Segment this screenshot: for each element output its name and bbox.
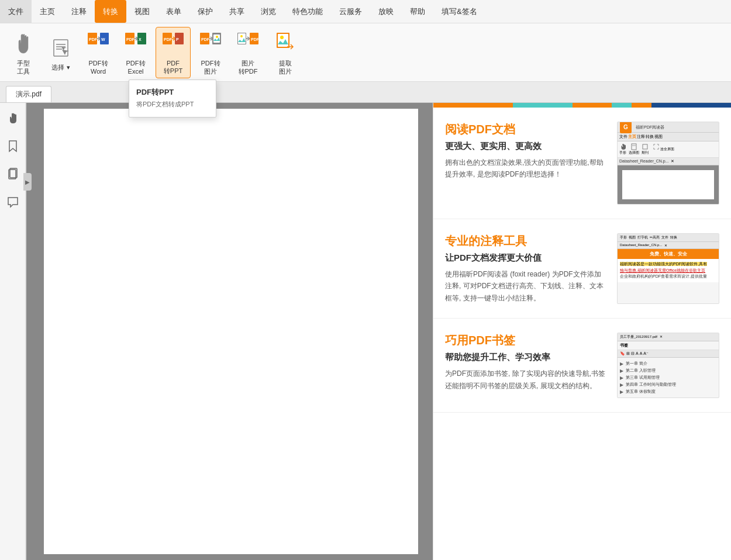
section-read-subtitle: 更强大、更实用、更高效 — [445, 141, 608, 152]
section-bookmark-preview: 员工手册_20120917.pdf ✕ 书签 🔖 ⊞ ⊟ A A A⁻ ▶ 第一… — [617, 333, 719, 398]
pdf2img-label: PDF转图片 — [201, 60, 220, 75]
preview-tab-bar: Datasheet_Reader_CN.p... ✕ — [618, 158, 719, 165]
menu-convert[interactable]: 转换 — [95, 0, 126, 23]
svg-rect-27 — [278, 34, 288, 47]
pm-file: 文件 — [619, 134, 627, 140]
bm-tool-5: A — [640, 351, 643, 356]
menu-annotation[interactable]: 注释 — [63, 0, 95, 23]
section-annotate: 专业的注释工具 让PDF文档发挥更大价值 使用福昕PDF阅读器 (foxit r… — [433, 219, 731, 319]
sidebar-pages-icon[interactable] — [4, 165, 22, 184]
menu-home[interactable]: 主页 — [32, 0, 63, 23]
pt-select: 选择图 — [629, 143, 639, 155]
pdf2word-label: PDF转Word — [89, 60, 108, 75]
bm-item-1-label: 第一章 简介 — [626, 361, 647, 367]
menu-protect[interactable]: 保护 — [189, 0, 221, 23]
section-bookmark-desc: 为PDF页面添加书签, 除了实现内容的快速导航,书签还能指明不同书签的层级关系,… — [445, 368, 608, 392]
pt-select-label: 选择图 — [629, 150, 639, 155]
menu-browse[interactable]: 浏览 — [253, 0, 284, 23]
section-read-text: 阅读PDF文档 更强大、更实用、更高效 拥有出色的文档渲染效果,强大的页面管理功… — [445, 122, 608, 205]
svg-text:PDF: PDF — [164, 37, 173, 42]
at-hand: 手形 — [620, 235, 627, 240]
preview-filename-1: Datasheet_Reader_CN.p... — [619, 159, 668, 164]
section-annotate-preview: 手形 视图 打字机 ✏高亮 文件 转换 Datasheet_Reader_CN.… — [617, 233, 719, 304]
bm-expand-4: ▶ — [620, 382, 623, 388]
section-annotate-text: 专业的注释工具 让PDF文档发挥更大价值 使用福昕PDF阅读器 (foxit r… — [445, 233, 608, 304]
foxit-logo: G — [620, 122, 632, 133]
file-tab[interactable]: 演示.pdf — [6, 86, 51, 102]
pdf2word-button[interactable]: PDF W PDF转Word — [81, 27, 116, 78]
pt-fullscreen-label: 连全屏面 — [660, 147, 674, 151]
section-annotate-title: 专业的注释工具 — [445, 233, 608, 249]
section-annotate-desc: 使用福昕PDF阅读器 (foxit reader) 为PDF文件添加注释, 可对… — [445, 268, 608, 304]
pm-convert: 转换 — [646, 134, 654, 140]
dropdown-title: PDF转PPT — [129, 85, 216, 99]
pdf-page — [44, 109, 418, 554]
pm-annot: 注释 — [637, 134, 645, 140]
menu-forms[interactable]: 表单 — [158, 0, 189, 23]
section-read-desc: 拥有出色的文档渲染效果,强大的页面管理功能,帮助提升效率, 是您阅读PDF的理想… — [445, 157, 608, 181]
sidebar-hand-icon[interactable] — [4, 109, 22, 127]
bm-tool-1: 🔖 — [620, 351, 625, 356]
bm-panel-title: 书签 — [618, 341, 719, 350]
pt-fullscreen: 连全屏面 — [653, 143, 674, 155]
bm-item-5-label: 第五章 休假制度 — [626, 389, 656, 395]
img2pdf-button[interactable]: PDF 图片转PDF — [230, 27, 265, 78]
bm-item-4: ▶ 第四章 工作时间与勤勤管理 — [620, 381, 716, 388]
sidebar-bookmark-icon[interactable] — [4, 137, 22, 155]
pdf2img-button[interactable]: PDF PDF转图片 — [193, 27, 228, 78]
section-bookmark: 巧用PDF书签 帮助您提升工作、学习效率 为PDF页面添加书签, 除了实现内容的… — [433, 319, 731, 413]
bm-expand-5: ▶ — [620, 389, 623, 395]
at-view: 视图 — [629, 235, 636, 240]
pt-zoom: 期刊 — [642, 143, 649, 155]
bm-expand-2: ▶ — [620, 368, 623, 374]
pdf2ppt-icon: PDF P — [161, 30, 185, 58]
annot-filename: Datasheet_Reader_CN.p... — [620, 243, 662, 247]
annot-toolbar: 手形 视图 打字机 ✏高亮 文件 转换 — [618, 234, 719, 242]
menu-share[interactable]: 共享 — [221, 0, 253, 23]
menu-view[interactable]: 视图 — [126, 0, 158, 23]
menu-fillsign[interactable]: 填写&签名 — [433, 0, 485, 23]
svg-text:P: P — [176, 37, 179, 42]
bm-item-4-label: 第四章 工作时间与勤勤管理 — [626, 382, 676, 388]
pdf2excel-button[interactable]: PDF X PDF转Excel — [118, 27, 153, 78]
svg-text:X: X — [139, 37, 142, 42]
menu-cloud[interactable]: 云服务 — [331, 0, 370, 23]
bm-close: ✕ — [660, 334, 663, 340]
annot-close: ✕ — [664, 243, 667, 247]
bm-item-3: ▶ 第三章 试用期管理 — [620, 374, 716, 381]
menu-file[interactable]: 文件 — [0, 0, 32, 23]
bm-expand-1: ▶ — [620, 361, 623, 367]
annot-highlighted-text: 福昕阅读器是一款功能强大的PDF阅读软件,具有 — [620, 262, 707, 266]
pdf2excel-icon: PDF X — [124, 29, 147, 57]
at-convert: 转换 — [670, 235, 677, 240]
main-area: ▶ 阅读PDF文档 更强大、更实用、更高效 拥有出色的文档渲染效果,强大的页面管… — [0, 103, 731, 560]
select-button[interactable]: 选择 ▾ — [43, 27, 78, 78]
pt-hand-label: 手形 — [619, 150, 626, 155]
preview-app-title: 福昕PDF阅读器 — [636, 125, 664, 130]
section-bookmark-subtitle: 帮助您提升工作、学习效率 — [445, 352, 608, 363]
bm-tool-4: A — [636, 351, 639, 356]
pdf2ppt-button[interactable]: PDF P PDF转PPT — [156, 27, 191, 78]
preview-close-1: ✕ — [671, 159, 674, 164]
extractimg-icon — [274, 29, 297, 57]
extractimg-label: 提取图片 — [279, 60, 292, 75]
svg-text:PDF: PDF — [126, 37, 135, 42]
preview-toolbar: 手形 选择图 期刊 连全屏面 — [618, 141, 719, 158]
extractimg-button[interactable]: 提取图片 — [268, 27, 303, 78]
pdf2excel-label: PDF转Excel — [126, 60, 146, 75]
menu-help[interactable]: 帮助 — [402, 0, 433, 23]
sidebar-comment-icon[interactable] — [4, 193, 22, 212]
annot-content: 福昕阅读器是一款功能强大的PDF阅读软件,具有 独与普惠,福昕阅读器无需Offi… — [618, 259, 719, 282]
section-bookmark-text: 巧用PDF书签 帮助您提升工作、学习效率 为PDF页面添加书签, 除了实现内容的… — [445, 333, 608, 398]
toolbar: 手型工具 选择 ▾ PDF W — [0, 23, 731, 82]
img2pdf-icon: PDF — [236, 29, 260, 57]
preview-pdf-page — [622, 170, 714, 199]
menu-slideshow[interactable]: 放映 — [370, 0, 402, 23]
svg-text:W: W — [101, 37, 105, 42]
sidebar-collapse-button[interactable]: ▶ — [23, 173, 32, 191]
handtool-button[interactable]: 手型工具 — [6, 27, 41, 78]
bm-item-2: ▶ 第二章 入职管理 — [620, 367, 716, 374]
pm-view: 视图 — [654, 134, 663, 140]
dropdown-description: 将PDF文档转成PPT — [129, 99, 216, 112]
menu-features[interactable]: 特色功能 — [284, 0, 331, 23]
